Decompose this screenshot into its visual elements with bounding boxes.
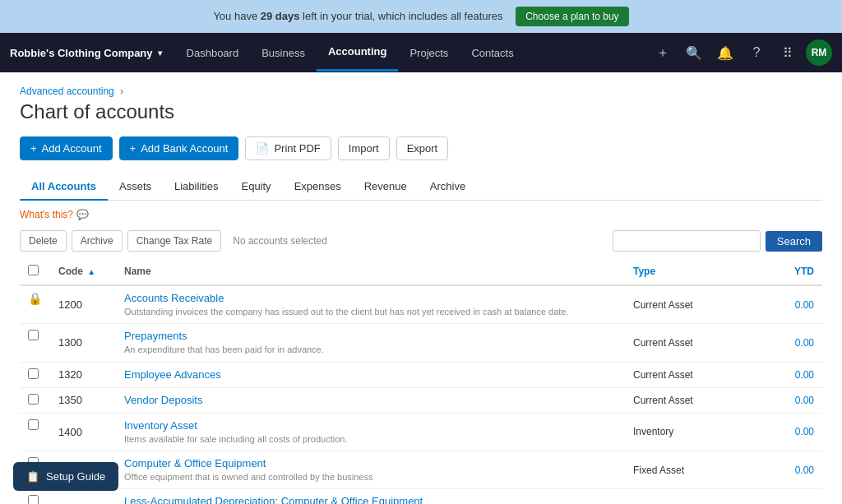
- archive-button[interactable]: Archive: [72, 230, 123, 252]
- account-name-link[interactable]: Prepayments: [124, 330, 187, 342]
- account-ytd: 0.00: [756, 362, 822, 387]
- account-ytd: 0.00: [756, 413, 822, 451]
- account-name-cell: Employee Advances: [116, 362, 625, 387]
- row-checkbox[interactable]: [28, 394, 39, 405]
- search-input[interactable]: [613, 230, 761, 252]
- account-ytd: 0.00: [756, 489, 822, 504]
- tab-bar: All Accounts Assets Liabilities Equity E…: [20, 173, 822, 201]
- row-checkbox[interactable]: [28, 495, 39, 504]
- row-checkbox[interactable]: [28, 368, 39, 379]
- lock-icon: 🔒: [20, 285, 50, 324]
- ytd-header: YTD: [756, 258, 822, 285]
- account-type: Fixed Asset: [625, 489, 756, 504]
- nav-link-projects[interactable]: Projects: [398, 35, 460, 71]
- whats-this[interactable]: What's this? 💬: [20, 209, 822, 220]
- nav-link-accounting[interactable]: Accounting: [317, 34, 399, 72]
- select-all-checkbox[interactable]: [28, 265, 39, 275]
- account-code: 1200: [50, 285, 116, 324]
- page-title: Chart of accounts: [20, 100, 822, 123]
- account-name-cell: Inventory AssetItems available for sale …: [116, 413, 625, 451]
- account-name-link[interactable]: Accounts Receivable: [124, 292, 224, 304]
- tab-liabilities[interactable]: Liabilities: [163, 173, 229, 201]
- account-code: 1521: [50, 489, 116, 504]
- account-name-cell: PrepaymentsAn expenditure that has been …: [116, 324, 625, 362]
- nav-link-contacts[interactable]: Contacts: [460, 35, 525, 71]
- company-selector[interactable]: Robbie's Clothing Company ▾: [10, 47, 162, 59]
- tab-assets[interactable]: Assets: [108, 173, 163, 201]
- trial-banner: You have 29 days left in your trial, whi…: [0, 0, 842, 33]
- import-button[interactable]: Import: [338, 136, 390, 160]
- table-controls: Delete Archive Change Tax Rate No accoun…: [20, 230, 822, 252]
- account-name-link[interactable]: Vendor Deposits: [124, 394, 202, 406]
- account-desc: Outstanding invoices the company has iss…: [124, 306, 617, 317]
- name-header: Name: [116, 258, 625, 285]
- account-ytd: 0.00: [756, 285, 822, 324]
- table-header-row: Code ▲ Name Type YTD: [20, 258, 822, 285]
- table-row: 1320Employee AdvancesCurrent Asset0.00: [20, 362, 822, 387]
- tab-equity[interactable]: Equity: [229, 173, 282, 201]
- account-desc: An expenditure that has been paid for in…: [124, 344, 617, 355]
- search-button[interactable]: 🔍: [681, 39, 707, 66]
- row-checkbox[interactable]: [28, 419, 39, 430]
- account-type: Current Asset: [625, 362, 756, 387]
- add-bank-icon: +: [130, 142, 136, 155]
- navbar: Robbie's Clothing Company ▾ Dashboard Bu…: [0, 33, 842, 72]
- setup-guide-button[interactable]: 📋 Setup Guide: [13, 462, 118, 491]
- account-desc: Items available for sale including all c…: [124, 433, 617, 445]
- nav-icons: ＋ 🔍 🔔 ? ⠿ RM: [650, 39, 832, 66]
- account-desc: Office equipment that is owned and contr…: [124, 471, 617, 483]
- tab-all-accounts[interactable]: All Accounts: [20, 173, 108, 201]
- tab-expenses[interactable]: Expenses: [283, 173, 353, 201]
- account-code: 1350: [50, 387, 116, 413]
- info-icon: 💬: [76, 209, 89, 220]
- account-name-cell: Vendor Deposits: [116, 387, 625, 413]
- avatar[interactable]: RM: [806, 39, 832, 66]
- account-ytd: 0.00: [756, 451, 822, 488]
- trial-text: You have 29 days left in your trial, whi…: [213, 10, 506, 22]
- code-header[interactable]: Code ▲: [50, 258, 116, 285]
- tab-revenue[interactable]: Revenue: [353, 173, 419, 201]
- account-type: Current Asset: [625, 285, 756, 324]
- pdf-icon: 📄: [256, 142, 269, 155]
- account-name-link[interactable]: Computer & Office Equipment: [124, 457, 266, 469]
- search-button[interactable]: Search: [766, 231, 822, 252]
- table-row: 1300PrepaymentsAn expenditure that has b…: [20, 324, 822, 362]
- nav-links: Dashboard Business Accounting Projects C…: [175, 34, 650, 72]
- trial-days: 29 days: [261, 10, 300, 22]
- company-name: Robbie's Clothing Company: [10, 47, 153, 59]
- action-buttons: + Add Account + Add Bank Account 📄 Print…: [20, 136, 822, 160]
- breadcrumb-parent[interactable]: Advanced accounting: [20, 86, 114, 97]
- change-tax-rate-button[interactable]: Change Tax Rate: [127, 230, 222, 252]
- apps-button[interactable]: ⠿: [775, 39, 801, 66]
- nav-link-business[interactable]: Business: [250, 35, 317, 71]
- account-code: 1320: [50, 362, 116, 387]
- account-name-cell: Less-Accumulated Depreciation: Computer …: [116, 489, 625, 504]
- breadcrumb[interactable]: Advanced accounting ›: [20, 86, 822, 97]
- row-checkbox[interactable]: [28, 330, 39, 340]
- table-row: 1521Less-Accumulated Depreciation: Compu…: [20, 489, 822, 504]
- account-name-link[interactable]: Inventory Asset: [124, 419, 197, 432]
- nav-link-dashboard[interactable]: Dashboard: [175, 35, 251, 71]
- add-bank-account-button[interactable]: + Add Bank Account: [119, 136, 239, 160]
- table-row: 1400Inventory AssetItems available for s…: [20, 413, 822, 451]
- help-button[interactable]: ?: [743, 39, 770, 66]
- account-type: Fixed Asset: [625, 451, 756, 488]
- account-code: 1300: [50, 324, 116, 362]
- sort-arrow-icon: ▲: [87, 267, 95, 276]
- add-account-button[interactable]: + Add Account: [20, 136, 113, 160]
- choose-plan-button[interactable]: Choose a plan to buy: [516, 7, 628, 26]
- print-pdf-button[interactable]: 📄 Print PDF: [245, 136, 331, 160]
- add-button[interactable]: ＋: [650, 39, 676, 66]
- tab-archive[interactable]: Archive: [419, 173, 477, 201]
- notifications-button[interactable]: 🔔: [712, 39, 738, 66]
- account-name-link[interactable]: Employee Advances: [124, 368, 221, 381]
- table-row: 1350Vendor DepositsCurrent Asset0.00: [20, 387, 822, 413]
- setup-guide-icon: 📋: [26, 470, 39, 483]
- account-type: Inventory: [625, 413, 756, 451]
- type-header[interactable]: Type: [625, 258, 756, 285]
- account-name-cell: Accounts ReceivableOutstanding invoices …: [116, 285, 625, 324]
- account-name-link[interactable]: Less-Accumulated Depreciation: Computer …: [124, 495, 423, 504]
- delete-button[interactable]: Delete: [20, 230, 67, 252]
- export-button[interactable]: Export: [396, 136, 449, 160]
- breadcrumb-separator: ›: [120, 86, 123, 97]
